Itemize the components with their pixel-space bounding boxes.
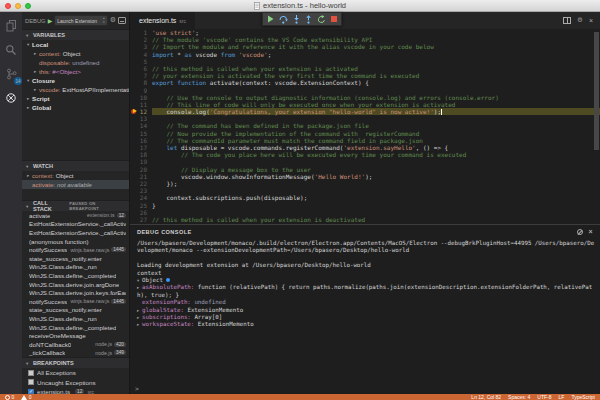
line-number[interactable]: 8: [139, 79, 152, 86]
line-number[interactable]: 2: [139, 36, 152, 43]
stack-frame[interactable]: notifySuccesswinjs.base.raw.js1445: [22, 245, 129, 254]
line-number[interactable]: 20: [139, 166, 152, 173]
code-line[interactable]: 24 context.subscriptions.push(disposable…: [130, 194, 600, 201]
code-line[interactable]: 10 // Use the console to output diagnost…: [130, 94, 600, 101]
tab-extension-ts[interactable]: extension.ts src: [130, 12, 195, 29]
code-line[interactable]: 6// this method is called when your exte…: [130, 65, 600, 72]
stack-frame[interactable]: WinJS.Class.define._run: [22, 263, 129, 272]
status-item[interactable]: UTF-8: [537, 394, 551, 400]
code-line[interactable]: 19: [130, 158, 600, 165]
search-icon[interactable]: [2, 41, 20, 59]
code-line[interactable]: 1'use strict';: [130, 29, 600, 36]
debug-icon[interactable]: [2, 89, 20, 107]
code-line[interactable]: 20 // Display a message box to the user: [130, 166, 600, 173]
split-editor-icon[interactable]: [563, 17, 571, 24]
variable-row[interactable]: ▸vscode:ExtHostAPIImplementation: [22, 85, 129, 94]
code-line[interactable]: 7// your extension is activated the very…: [130, 72, 600, 79]
code-line[interactable]: 9: [130, 87, 600, 94]
line-number[interactable]: 15: [139, 130, 152, 137]
watch-section-header[interactable]: ▾ WATCH: [22, 160, 129, 171]
code-line[interactable]: 18 // The code you place here will be ex…: [130, 151, 600, 158]
code-line[interactable]: 21 vscode.window.showInformationMessage(…: [130, 173, 600, 180]
configure-gear-icon[interactable]: ⚙: [110, 17, 116, 24]
line-number[interactable]: 4: [139, 51, 152, 58]
line-number[interactable]: 25: [139, 202, 152, 209]
code-editor[interactable]: 1'use strict';2// The module 'vscode' co…: [130, 29, 600, 224]
step-into-icon[interactable]: [293, 15, 300, 24]
line-number[interactable]: 9: [139, 87, 152, 94]
console-property[interactable]: extensionPath: undefined: [137, 299, 595, 306]
code-line[interactable]: 13: [130, 115, 600, 122]
code-line[interactable]: 22 });: [130, 180, 600, 187]
code-line[interactable]: 15 // Now provide the implementation of …: [130, 130, 600, 137]
breakpoint-row[interactable]: All Exceptions: [22, 368, 129, 378]
code-line[interactable]: 3// Import the module and reference it w…: [130, 43, 600, 50]
line-number[interactable]: 13: [139, 115, 152, 122]
code-line[interactable]: 27// this method is called when your ext…: [130, 216, 600, 223]
line-number[interactable]: 23: [139, 187, 152, 194]
line-number[interactable]: 26: [139, 209, 152, 216]
variable-row[interactable]: ▸context:Object: [22, 49, 129, 58]
breakpoint-checkbox[interactable]: [28, 379, 34, 385]
warning-count[interactable]: 0: [21, 394, 31, 400]
stack-frame[interactable]: _tickCallbacknode.js349: [22, 349, 129, 358]
continue-icon[interactable]: [267, 15, 274, 23]
scope-row[interactable]: ▾Closure: [22, 76, 129, 85]
line-number[interactable]: 22: [139, 180, 152, 187]
breakpoint-checkbox[interactable]: [28, 370, 34, 376]
stack-frame[interactable]: receiveOneMessage: [22, 331, 129, 340]
variable-row[interactable]: ▸context:Object: [22, 171, 129, 180]
code-line[interactable]: 11 // This line of code will only be exe…: [130, 101, 600, 108]
editor-scrollbar[interactable]: [594, 32, 599, 150]
stack-frame[interactable]: WinJS.Class.define._completed: [22, 323, 129, 332]
git-icon[interactable]: 14: [2, 65, 20, 83]
code-line[interactable]: 26: [130, 209, 600, 216]
close-editor-icon[interactable]: ×: [589, 17, 593, 24]
console-property[interactable]: ▸asAbsolutePath: function (relativePath)…: [137, 284, 595, 299]
code-line[interactable]: 12 console.log('Congratulations, your ex…: [130, 108, 600, 115]
stack-frame[interactable]: notifySuccesswinjs.base.raw.js1445: [22, 297, 129, 306]
stack-frame[interactable]: ExtHostExtensionService._callActivate: [22, 228, 129, 237]
line-number[interactable]: 7: [139, 72, 152, 79]
line-number[interactable]: 18: [139, 151, 152, 158]
variable-row[interactable]: activate:not available: [22, 180, 129, 189]
close-panel-icon[interactable]: ×: [589, 228, 594, 235]
line-number[interactable]: 27: [139, 216, 152, 223]
breakpoints-section-header[interactable]: ▾ BREAKPOINTS: [22, 357, 129, 368]
error-count[interactable]: 0: [5, 394, 14, 400]
status-item[interactable]: Ln 12, Col 82: [471, 394, 501, 400]
repl-input[interactable]: >: [130, 384, 600, 394]
code-line[interactable]: 17 let disposable = vscode.commands.regi…: [130, 144, 600, 151]
line-number[interactable]: 10: [139, 94, 152, 101]
line-number[interactable]: 5: [139, 58, 152, 65]
code-line[interactable]: 23: [130, 187, 600, 194]
line-number[interactable]: 17: [139, 144, 152, 151]
line-number[interactable]: 1: [139, 29, 152, 36]
code-line[interactable]: 25}: [130, 202, 600, 209]
stack-frame[interactable]: (anonymous function): [22, 237, 129, 246]
line-number[interactable]: 19: [139, 158, 152, 165]
code-line[interactable]: 8export function activate(context: vscod…: [130, 79, 600, 86]
open-console-icon[interactable]: [118, 17, 126, 24]
stack-frame[interactable]: WinJS.Class.derive.join.argDone: [22, 280, 129, 289]
editor-actions-gear-icon[interactable]: ⚙: [577, 17, 583, 24]
stop-icon[interactable]: [331, 16, 337, 22]
code-line[interactable]: 4import * as vscode from 'vscode';: [130, 51, 600, 58]
variable-row[interactable]: disposable:undefined: [22, 58, 129, 67]
line-number[interactable]: 21: [139, 173, 152, 180]
close-window-icon[interactable]: [5, 3, 11, 9]
launch-config-dropdown[interactable]: Launch Extension ▴▾: [54, 15, 107, 25]
scope-row[interactable]: ▸Global: [22, 103, 129, 112]
stack-frame[interactable]: WinJS.Class.define._run: [22, 314, 129, 323]
stack-frame[interactable]: state_success_notify.enter: [22, 306, 129, 315]
step-over-icon[interactable]: [279, 15, 288, 24]
call-stack-section-header[interactable]: ▾ CALL STACK PAUSED ON BREAKPOINT: [22, 200, 129, 211]
status-item[interactable]: Spaces: 4: [508, 394, 530, 400]
variable-row[interactable]: ▸this:#<Object>: [22, 67, 129, 76]
stack-frame[interactable]: WinJS.Class.define._completed: [22, 271, 129, 280]
code-line[interactable]: 2// The module 'vscode' contains the VS …: [130, 36, 600, 43]
explorer-icon[interactable]: [2, 17, 20, 35]
console-property[interactable]: ▸globalState: ExtensionMemento: [137, 307, 595, 314]
stack-frame[interactable]: ExtHostExtensionService._callActivateOpt…: [22, 220, 129, 229]
stack-frame[interactable]: doNTCallback0node.js420: [22, 340, 129, 349]
